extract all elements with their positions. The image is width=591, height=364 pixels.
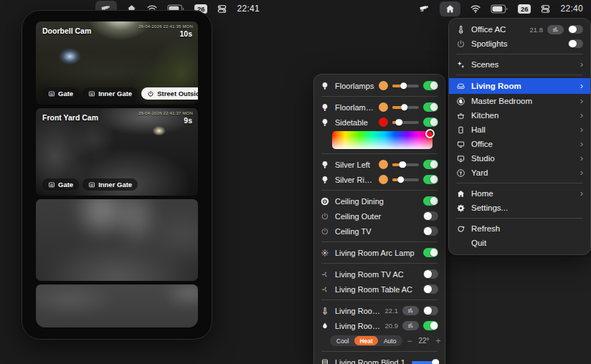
brightness-slider[interactable] — [392, 121, 419, 124]
color-dot[interactable] — [379, 81, 388, 90]
toggle[interactable] — [423, 269, 438, 279]
fan-mode-button[interactable] — [402, 306, 419, 315]
device-controls — [423, 269, 438, 279]
cctv-icon — [419, 3, 430, 14]
divider — [321, 96, 438, 97]
home-menubar-item[interactable] — [440, 1, 460, 16]
hvac-mode-auto[interactable]: Auto — [379, 336, 402, 345]
hvac-mode-heat[interactable]: Heat — [354, 336, 377, 345]
temperature-value: 20.9 — [385, 322, 399, 330]
toggle[interactable] — [423, 321, 438, 330]
device-controls — [379, 175, 438, 184]
menu-item-spotlights[interactable]: Spotlights — [449, 37, 590, 51]
toggle[interactable] — [423, 306, 438, 315]
menu-item-kitchen[interactable]: Kitchen› — [449, 108, 590, 123]
menu-item-quit[interactable]: Quit — [449, 236, 590, 250]
camera-duration: 9s — [184, 116, 192, 125]
device-controls — [412, 361, 438, 364]
menu-item-label: Master Bedroom — [471, 97, 575, 105]
camera-button-street-outside[interactable]: Street Outside — [141, 87, 198, 100]
toggle[interactable] — [423, 248, 438, 257]
device-label: Living Room TV AC — [335, 270, 419, 279]
color-dot[interactable] — [379, 118, 388, 127]
menu-item-studio[interactable]: Studio› — [449, 151, 590, 166]
control-center-menubar-item[interactable] — [217, 4, 227, 14]
camera-button-label: Street Outside — [157, 90, 198, 97]
bulb-icon — [321, 82, 329, 90]
device-label: Living Room Table AC — [335, 285, 419, 294]
menu-item-master-bedroom[interactable]: Master Bedroom› — [449, 94, 590, 108]
menubar-clock-left[interactable]: 22:41 — [237, 4, 260, 14]
color-picker[interactable] — [332, 131, 432, 149]
menu-item-settings[interactable]: Settings... — [449, 201, 590, 215]
brightness-slider[interactable] — [392, 106, 419, 109]
fan-mode-button[interactable] — [547, 25, 564, 34]
device-controls — [423, 284, 438, 294]
menu-item-office-ac[interactable]: Office AC21.8 — [449, 22, 590, 37]
fan-icon — [321, 270, 329, 279]
fan-mode-button[interactable] — [402, 321, 419, 330]
control-center-icon — [217, 4, 227, 14]
divider — [321, 351, 438, 352]
battery-menubar-item[interactable] — [491, 4, 509, 14]
device-controls — [379, 160, 438, 169]
color-dot[interactable] — [379, 102, 388, 112]
device-controls — [568, 39, 583, 49]
brightness-slider[interactable] — [392, 85, 419, 87]
menu-item-home[interactable]: Home› — [449, 186, 590, 201]
menu-item-refresh[interactable]: Refresh — [449, 221, 590, 236]
toggle[interactable] — [568, 39, 583, 49]
brightness-slider[interactable] — [412, 361, 438, 364]
thermometer-icon — [456, 25, 465, 34]
toggle[interactable] — [423, 118, 438, 127]
cctv-menubar-item[interactable] — [419, 3, 430, 14]
camera-button-gate[interactable]: Gate — [42, 87, 79, 100]
garage-icon — [88, 90, 95, 97]
camera-card-blurred[interactable] — [36, 284, 198, 327]
hvac-mode-cool[interactable]: Cool — [331, 336, 354, 345]
brightness-slider[interactable] — [392, 178, 419, 181]
camera-card-front-yard-cam[interactable]: Front Yard Cam26-04-2026 22:41:37 MON9sG… — [36, 108, 198, 196]
color-picker-selector[interactable] — [425, 129, 435, 138]
toggle[interactable] — [423, 226, 438, 236]
menu-item-label: Living Room — [471, 82, 575, 90]
camera-button-gate[interactable]: Gate — [42, 178, 79, 191]
camera-button-inner-gate[interactable]: Inner Gate — [82, 178, 138, 191]
wifi-menubar-item[interactable] — [470, 3, 481, 14]
divider — [456, 75, 583, 75]
color-dot[interactable] — [379, 175, 388, 184]
power-btn-icon — [147, 90, 154, 97]
camera-card-blurred[interactable] — [36, 199, 198, 281]
bulb-icon — [321, 118, 329, 127]
menu-item-living-room[interactable]: Living Room› — [449, 78, 590, 94]
scenes-icon — [456, 60, 465, 70]
brightness-slider[interactable] — [392, 163, 419, 166]
toggle[interactable] — [423, 284, 438, 294]
toggle[interactable] — [423, 211, 438, 221]
sofa-icon — [456, 82, 465, 91]
menu-item-yard[interactable]: Yard› — [449, 166, 590, 180]
menu-item-hall[interactable]: Hall› — [449, 123, 590, 137]
temp-increase-button[interactable]: + — [436, 337, 441, 345]
camera-button-inner-gate[interactable]: Inner Gate — [82, 87, 138, 100]
temp-decrease-button[interactable]: − — [407, 337, 412, 345]
camera-button-label: Gate — [58, 181, 73, 188]
camera-card-doorbell-cam[interactable]: Doorbell Cam26-04-2026 22:41:35 MON10sGa… — [36, 21, 198, 105]
device-controls — [379, 81, 438, 90]
chevron-right-icon: › — [580, 190, 583, 197]
menu-item-office[interactable]: Office› — [449, 137, 590, 151]
color-dot[interactable] — [379, 160, 388, 169]
toggle[interactable] — [423, 196, 438, 206]
home-icon — [445, 4, 455, 14]
toggle[interactable] — [423, 81, 438, 90]
menubar-clock-right[interactable]: 22:40 — [560, 4, 583, 14]
chevron-right-icon: › — [580, 155, 583, 162]
toggle[interactable] — [423, 102, 438, 112]
toggle[interactable] — [423, 175, 438, 184]
toggle[interactable] — [423, 160, 438, 169]
menu-item-label: Home — [471, 189, 575, 198]
gear-icon — [456, 203, 465, 213]
menu-item-scenes[interactable]: Scenes› — [449, 57, 590, 72]
toggle[interactable] — [568, 25, 583, 34]
control-center-menubar-item[interactable] — [540, 4, 551, 14]
